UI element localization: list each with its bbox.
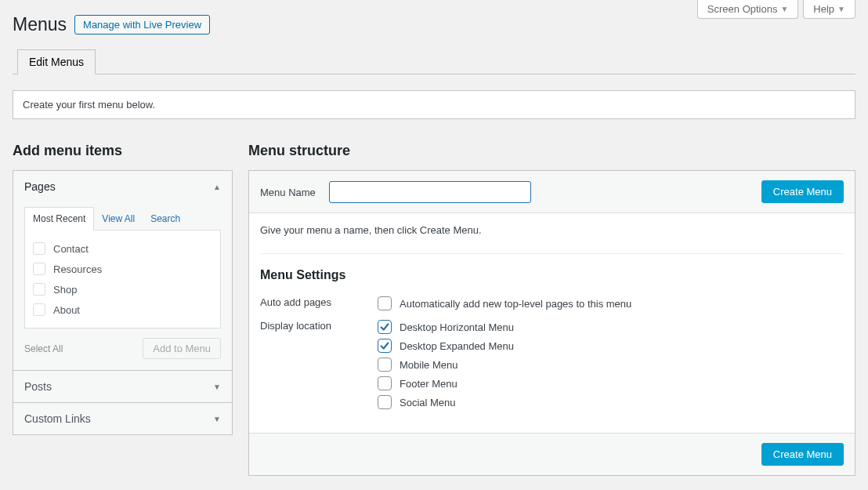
accordion-pages-header[interactable]: Pages ▲ bbox=[13, 171, 232, 202]
accordion-pages: Pages ▲ Most Recent View All Search Cont… bbox=[13, 171, 232, 370]
location-label: Desktop Expanded Menu bbox=[400, 340, 514, 352]
divider bbox=[260, 253, 844, 254]
accordion-custom-links-title: Custom Links bbox=[24, 412, 91, 425]
help-button[interactable]: Help ▼ bbox=[803, 0, 855, 19]
page-item-contact[interactable]: Contact bbox=[33, 238, 212, 259]
page-item-label: Shop bbox=[53, 284, 77, 296]
chevron-down-icon: ▼ bbox=[837, 5, 845, 13]
page-item-about[interactable]: About bbox=[33, 299, 212, 320]
menu-bottom-bar: Create Menu bbox=[249, 433, 855, 475]
add-menu-items-heading: Add menu items bbox=[13, 143, 233, 159]
menu-body: Give your menu a name, then click Create… bbox=[249, 213, 855, 433]
pages-subtabs: Most Recent View All Search bbox=[24, 207, 221, 230]
menu-structure-heading: Menu structure bbox=[248, 143, 855, 159]
location-social[interactable]: Social Menu bbox=[378, 395, 844, 409]
page-item-shop[interactable]: Shop bbox=[33, 279, 212, 299]
screen-options-button[interactable]: Screen Options ▼ bbox=[697, 0, 799, 19]
checkbox-icon[interactable] bbox=[378, 339, 392, 353]
checkbox-icon[interactable] bbox=[33, 283, 45, 296]
page-item-label: Resources bbox=[53, 263, 102, 275]
screen-options-label: Screen Options bbox=[707, 3, 778, 15]
location-label: Social Menu bbox=[400, 397, 456, 408]
menu-settings-heading: Menu Settings bbox=[260, 268, 844, 282]
auto-add-option[interactable]: Automatically add new top-level pages to… bbox=[378, 296, 844, 310]
checkbox-icon[interactable] bbox=[33, 303, 45, 316]
chevron-down-icon: ▼ bbox=[213, 383, 221, 391]
pages-footer: Select All Add to Menu bbox=[24, 338, 221, 359]
location-footer[interactable]: Footer Menu bbox=[378, 376, 844, 390]
accordion-posts: Posts ▼ bbox=[13, 370, 232, 402]
page-item-resources[interactable]: Resources bbox=[33, 259, 212, 279]
checkbox-icon[interactable] bbox=[378, 376, 392, 390]
chevron-up-icon: ▲ bbox=[213, 183, 221, 191]
nav-tab-wrapper: Edit Menus bbox=[13, 49, 855, 74]
help-label: Help bbox=[813, 3, 834, 15]
accordion: Pages ▲ Most Recent View All Search Cont… bbox=[13, 170, 233, 435]
checkbox-icon[interactable] bbox=[378, 358, 392, 372]
notice-create-first: Create your first menu below. bbox=[13, 90, 855, 119]
subtab-most-recent[interactable]: Most Recent bbox=[24, 207, 94, 230]
accordion-posts-header[interactable]: Posts ▼ bbox=[13, 371, 232, 402]
top-screen-tabs: Screen Options ▼ Help ▼ bbox=[697, 0, 855, 19]
display-location-options: Desktop Horizontal Menu Desktop Expanded… bbox=[378, 320, 844, 409]
select-all-link[interactable]: Select All bbox=[24, 343, 63, 354]
location-label: Mobile Menu bbox=[400, 359, 458, 371]
location-desktop-expanded[interactable]: Desktop Expanded Menu bbox=[378, 339, 844, 353]
display-location-label: Display location bbox=[260, 320, 378, 332]
menu-frame: Menu Name Create Menu Give your menu a n… bbox=[248, 170, 855, 476]
location-desktop-horizontal[interactable]: Desktop Horizontal Menu bbox=[378, 320, 844, 334]
chevron-down-icon: ▼ bbox=[213, 415, 221, 423]
instructions-text: Give your menu a name, then click Create… bbox=[260, 224, 844, 236]
checkbox-icon[interactable] bbox=[33, 242, 45, 255]
menu-structure-column: Menu structure Menu Name Create Menu Giv… bbox=[248, 143, 855, 476]
checkbox-icon[interactable] bbox=[378, 395, 392, 409]
accordion-pages-title: Pages bbox=[24, 180, 56, 193]
auto-add-row: Auto add pages Automatically add new top… bbox=[260, 292, 844, 315]
menu-name-input[interactable] bbox=[329, 181, 531, 203]
location-mobile[interactable]: Mobile Menu bbox=[378, 358, 844, 372]
page-title: Menus bbox=[13, 14, 67, 35]
create-menu-button-top[interactable]: Create Menu bbox=[761, 180, 844, 203]
add-to-menu-button[interactable]: Add to Menu bbox=[143, 338, 221, 359]
location-label: Desktop Horizontal Menu bbox=[400, 321, 514, 333]
add-menu-items-column: Add menu items Pages ▲ Most Recent View … bbox=[13, 143, 233, 435]
tab-edit-menus[interactable]: Edit Menus bbox=[17, 49, 96, 74]
manage-live-preview-button[interactable]: Manage with Live Preview bbox=[74, 15, 210, 34]
accordion-pages-body: Most Recent View All Search Contact Reso… bbox=[13, 207, 232, 370]
menu-name-label: Menu Name bbox=[260, 187, 316, 198]
auto-add-option-label: Automatically add new top-level pages to… bbox=[400, 298, 631, 310]
checkbox-icon[interactable] bbox=[33, 263, 45, 275]
page-item-label: Contact bbox=[53, 243, 89, 255]
display-location-row: Display location Desktop Horizontal Menu bbox=[260, 315, 844, 414]
accordion-posts-title: Posts bbox=[24, 380, 52, 393]
subtab-search[interactable]: Search bbox=[143, 208, 188, 230]
two-column-layout: Add menu items Pages ▲ Most Recent View … bbox=[13, 143, 855, 476]
menu-top-bar: Menu Name Create Menu bbox=[249, 171, 855, 213]
accordion-custom-links: Custom Links ▼ bbox=[13, 402, 232, 434]
checkbox-icon[interactable] bbox=[378, 296, 392, 310]
location-label: Footer Menu bbox=[400, 378, 458, 390]
menu-name-group: Menu Name bbox=[260, 181, 531, 203]
accordion-custom-links-header[interactable]: Custom Links ▼ bbox=[13, 403, 232, 434]
pages-items-box: Contact Resources Shop About bbox=[24, 230, 221, 328]
page-item-label: About bbox=[53, 304, 80, 316]
chevron-down-icon: ▼ bbox=[780, 5, 788, 13]
auto-add-options: Automatically add new top-level pages to… bbox=[378, 296, 844, 310]
checkbox-icon[interactable] bbox=[378, 320, 392, 334]
auto-add-label: Auto add pages bbox=[260, 296, 378, 308]
subtab-view-all[interactable]: View All bbox=[94, 208, 143, 230]
create-menu-button-bottom[interactable]: Create Menu bbox=[761, 443, 844, 466]
